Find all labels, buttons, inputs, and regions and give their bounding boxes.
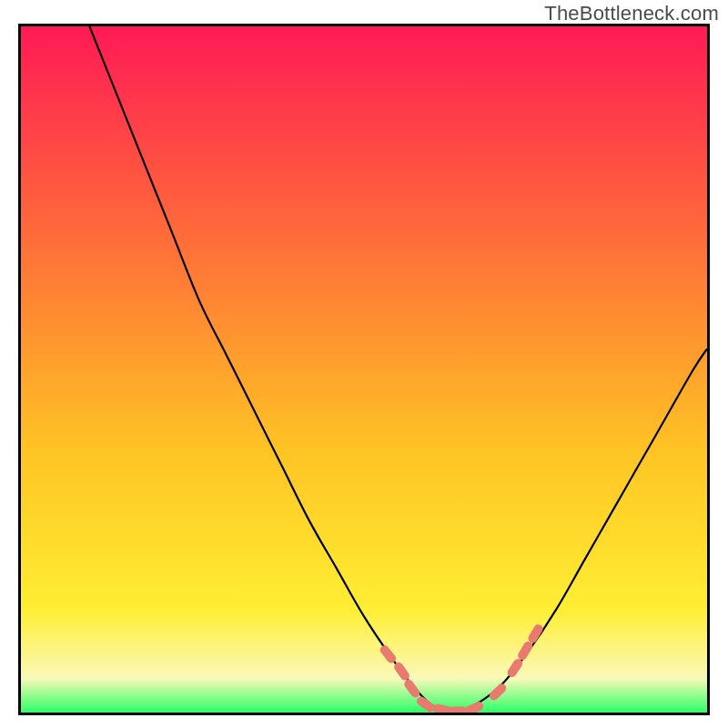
watermark-text: TheBottleneck.com (544, 2, 719, 25)
chart-stage: TheBottleneck.com (0, 0, 728, 728)
plot-frame (18, 24, 710, 715)
gradient-background (21, 26, 707, 713)
plot-svg (21, 26, 707, 713)
